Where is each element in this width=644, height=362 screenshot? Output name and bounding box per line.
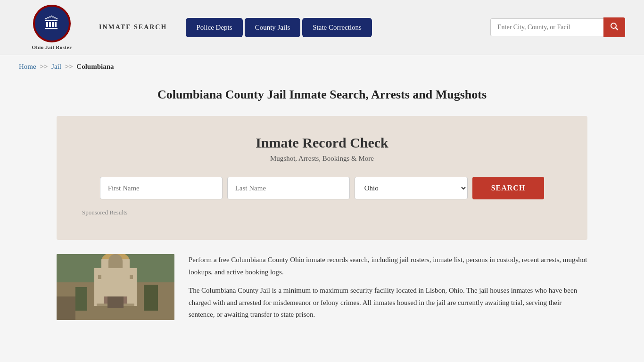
header-search-area	[490, 17, 625, 37]
content-image	[57, 254, 174, 320]
card-subtitle: Mugshot, Arrests, Bookings & More	[80, 155, 564, 163]
state-select[interactable]: AlabamaAlaskaArizonaArkansasCaliforniaCo…	[355, 177, 468, 199]
logo-text: Ohio Jail Roster	[32, 44, 72, 50]
card-title: Inmate Record Check	[80, 135, 564, 151]
svg-rect-12	[75, 287, 87, 311]
page-title: Columbiana County Jail Inmate Search, Ar…	[19, 88, 625, 102]
main-nav: Police Depts County Jails State Correcti…	[186, 18, 372, 37]
inmate-search-form: AlabamaAlaskaArizonaArkansasCaliforniaCo…	[80, 177, 564, 199]
svg-rect-9	[98, 275, 133, 279]
sponsored-label: Sponsored Results	[80, 209, 564, 216]
nav-county-jails[interactable]: County Jails	[245, 18, 301, 37]
header-search-button[interactable]	[603, 17, 625, 37]
page-title-section: Columbiana County Jail Inmate Search, Ar…	[0, 78, 644, 116]
nav-state-corrections[interactable]: State Corrections	[302, 18, 372, 37]
logo-icon: 🏛	[33, 5, 71, 42]
site-title: INMATE SEARCH	[99, 24, 167, 31]
site-header: 🏛 Ohio Jail Roster INMATE SEARCH Police …	[0, 0, 644, 55]
content-section: Perform a free Columbiana County Ohio in…	[57, 254, 587, 328]
content-paragraph-2: The Columbiana County Jail is a minimum …	[189, 285, 587, 321]
content-paragraph-1: Perform a free Columbiana County Ohio in…	[189, 254, 587, 278]
breadcrumb-jail[interactable]: Jail	[51, 63, 61, 70]
breadcrumb: Home >> Jail >> Columbiana	[0, 55, 644, 78]
breadcrumb-home[interactable]: Home	[19, 63, 36, 70]
search-icon	[610, 22, 619, 31]
svg-rect-13	[144, 285, 158, 311]
svg-rect-5	[101, 261, 130, 271]
svg-line-1	[616, 28, 618, 30]
breadcrumb-current: Columbiana	[76, 63, 114, 70]
svg-point-6	[101, 254, 130, 271]
last-name-input[interactable]	[227, 177, 350, 199]
search-card: Inmate Record Check Mugshot, Arrests, Bo…	[57, 116, 587, 240]
svg-rect-11	[107, 292, 124, 308]
header-search-input[interactable]	[490, 18, 603, 36]
first-name-input[interactable]	[100, 177, 223, 199]
logo-area: 🏛 Ohio Jail Roster	[19, 5, 85, 50]
content-text: Perform a free Columbiana County Ohio in…	[189, 254, 587, 328]
courthouse-image	[57, 254, 174, 320]
search-submit-button[interactable]: SEARCH	[472, 177, 545, 199]
svg-rect-14	[57, 296, 75, 320]
building-icon: 🏛	[44, 16, 59, 31]
breadcrumb-sep1: >>	[40, 63, 48, 70]
nav-police-depts[interactable]: Police Depts	[186, 18, 242, 37]
breadcrumb-sep2: >>	[65, 63, 73, 70]
